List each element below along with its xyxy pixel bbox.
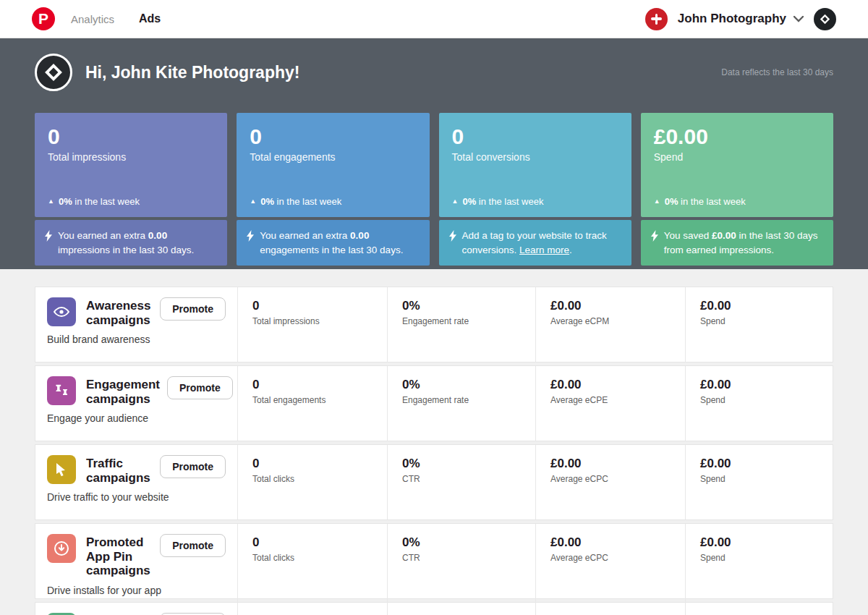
account-avatar[interactable] <box>814 8 836 30</box>
stat-delta: ▲ 0% in the last week <box>654 196 820 207</box>
stat-value: £0.00 <box>550 299 671 313</box>
cursor-icon <box>47 455 76 484</box>
chevron-down-icon <box>793 16 804 22</box>
stat-label: Average eCPM <box>550 316 671 326</box>
delta-up-icon: ▲ <box>48 198 54 205</box>
stat-delta: ▲ 0% in the last week <box>48 196 214 207</box>
stat-value: £0.00 <box>550 535 671 550</box>
stat-label: Average eCPE <box>550 395 671 405</box>
stat-label: Engagement rate <box>402 316 521 326</box>
delta-up-icon: ▲ <box>654 198 660 205</box>
promote-button[interactable]: Promote <box>160 297 226 321</box>
campaign-row-traffic: Traffic campaigns Promote Drive traffic … <box>35 444 833 520</box>
campaign-subtitle: Drive installs for your app <box>47 585 226 596</box>
pinterest-logo-icon[interactable]: P <box>32 7 55 30</box>
stat-label: Spend <box>700 474 819 484</box>
stat-card-spend: £0.00 Spend ▲ 0% in the last week You sa… <box>641 113 833 266</box>
stat-card-footer: You earned an extra 0.00 impressions in … <box>35 220 227 266</box>
stat-cards: 0 Total impressions ▲ 0% in the last wee… <box>35 113 833 266</box>
stat-label: CTR <box>402 474 521 484</box>
stat-card-engagements: 0 Total engagements ▲ 0% in the last wee… <box>237 113 429 266</box>
stat-value: 0 <box>252 378 373 392</box>
stat-label: Total engagements <box>252 395 373 405</box>
stat-value: £0.00 <box>700 299 819 313</box>
promote-button[interactable]: Promote <box>160 534 226 557</box>
stat-card-footer: You earned an extra 0.00 engagements in … <box>237 220 429 266</box>
stat-value: 0 <box>252 457 373 471</box>
campaign-title: Traffic campaigns <box>86 457 153 485</box>
stat-value: 0% <box>402 535 521 550</box>
account-menu[interactable]: John Photography <box>678 12 804 26</box>
stat-value: £0.00 <box>550 378 671 392</box>
page-title: Hi, John Kite Photography! <box>85 63 299 82</box>
stat-label: Spend <box>700 553 819 563</box>
lightning-icon <box>247 230 254 242</box>
nav-link-ads[interactable]: Ads <box>139 12 161 25</box>
stat-card-footer: Add a tag to your website to track conve… <box>439 220 631 266</box>
hero-avatar <box>35 54 72 91</box>
stat-value: £0.00 <box>700 457 819 471</box>
stat-value: 0% <box>402 378 521 392</box>
top-nav: P Analytics Ads John Photography <box>0 0 868 38</box>
campaign-subtitle: Engage your audience <box>47 412 226 424</box>
stat-value: £0.00 <box>700 535 819 550</box>
stat-label: Total impressions <box>252 316 373 326</box>
pushpin-icon <box>47 376 76 405</box>
stat-label: Average eCPC <box>550 553 671 563</box>
stat-value: 0 <box>452 124 618 150</box>
diamond-logo-icon <box>44 63 63 82</box>
stat-card-impressions: 0 Total impressions ▲ 0% in the last wee… <box>35 113 227 266</box>
campaign-row-engagement: Engagement campaigns Promote Engage your… <box>35 365 833 441</box>
stat-value: 0 <box>252 299 373 313</box>
lightning-icon <box>651 230 658 242</box>
stat-card-conversions: 0 Total conversions ▲ 0% in the last wee… <box>439 113 631 266</box>
stat-label: Spend <box>654 151 820 163</box>
campaign-title: Promoted App Pin campaigns <box>86 535 153 578</box>
campaign-title: Engagement campaigns <box>86 378 160 406</box>
stat-value: 0 <box>250 124 416 150</box>
campaign-subtitle: Build brand awareness <box>47 334 226 345</box>
stat-label: Engagement rate <box>402 395 521 405</box>
stat-label: Total clicks <box>252 553 373 563</box>
stat-label: Spend <box>700 395 819 405</box>
lightning-icon <box>449 230 456 242</box>
account-name: John Photography <box>678 12 786 26</box>
stat-value: £0.00 <box>654 124 820 150</box>
nav-link-analytics[interactable]: Analytics <box>71 13 114 25</box>
stat-label: Total engagements <box>250 151 416 163</box>
campaign-title: Awareness campaigns <box>86 299 153 327</box>
promote-button[interactable]: Promote <box>167 376 233 399</box>
campaign-subtitle: Drive traffic to your website <box>47 491 226 503</box>
stat-value: 0 <box>48 124 214 150</box>
stat-delta: ▲ 0% in the last week <box>452 196 618 207</box>
diamond-logo-icon <box>820 14 830 25</box>
stat-value: 0% <box>402 457 521 471</box>
campaign-row-awareness: Awareness campaigns Promote Build brand … <box>35 287 833 362</box>
data-range-note: Data reflects the last 30 days <box>721 67 833 77</box>
stat-value: 0 <box>252 535 373 550</box>
stat-delta: ▲ 0% in the last week <box>250 196 416 207</box>
stat-label: Average eCPC <box>550 474 671 484</box>
create-ad-plus-icon[interactable] <box>645 8 668 30</box>
promote-button[interactable]: Promote <box>160 455 226 478</box>
campaign-row-app-pin: Promoted App Pin campaigns Promote Drive… <box>35 523 833 599</box>
stat-card-footer: You saved £0.00 in the last 30 days from… <box>641 220 833 266</box>
delta-up-icon: ▲ <box>250 198 256 205</box>
stat-value: £0.00 <box>700 378 819 392</box>
eye-icon <box>47 297 76 326</box>
hero-section: Hi, John Kite Photography! Data reflects… <box>0 38 868 269</box>
campaign-row-video: Video campaigns Promote <box>35 602 833 615</box>
stat-value: 0% <box>402 299 521 313</box>
campaigns-table: Awareness campaigns Promote Build brand … <box>0 269 868 615</box>
lightning-icon <box>45 230 52 242</box>
learn-more-link[interactable]: Learn more <box>519 245 569 255</box>
stat-value: £0.00 <box>550 457 671 471</box>
stat-label: CTR <box>402 553 521 563</box>
delta-up-icon: ▲ <box>452 198 459 205</box>
stat-label: Total impressions <box>48 151 214 163</box>
stat-label: Spend <box>700 316 819 326</box>
stat-label: Total clicks <box>252 474 373 484</box>
app-install-icon <box>47 534 76 563</box>
stat-label: Total conversions <box>452 151 618 163</box>
